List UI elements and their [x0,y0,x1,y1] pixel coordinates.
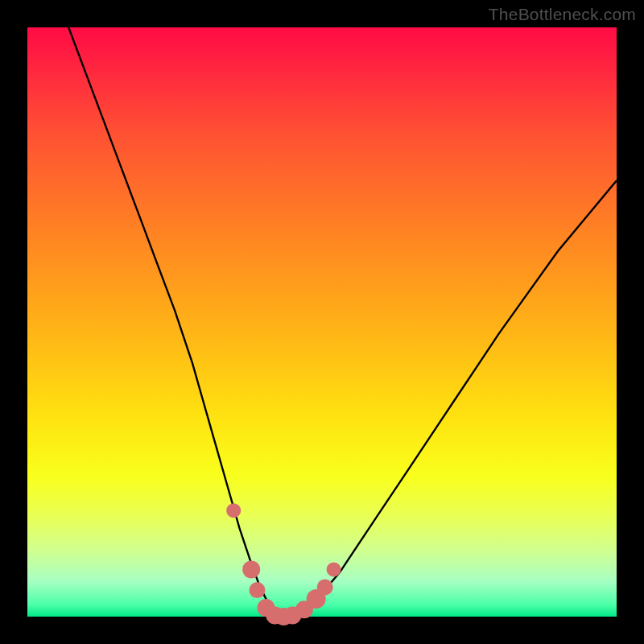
marker-dot [242,560,260,578]
marker-dot [226,503,241,518]
plot-area [27,27,617,617]
chart-frame: TheBottleneck.com [0,0,644,644]
marker-dot [327,562,341,576]
curve-layer [27,27,617,617]
marker-dot [250,582,266,598]
watermark-text: TheBottleneck.com [489,5,636,24]
marker-dot [317,579,333,595]
highlight-markers [226,503,341,625]
bottleneck-curve [68,27,617,617]
